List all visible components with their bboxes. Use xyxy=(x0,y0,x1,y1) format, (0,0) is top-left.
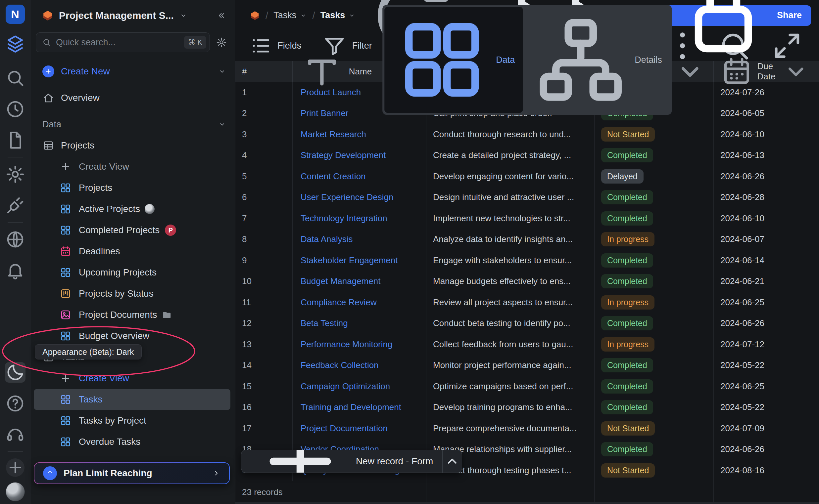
record-name-link[interactable]: Beta Testing xyxy=(293,313,426,334)
table-row[interactable]: 7Technology IntegrationImplement new tec… xyxy=(236,208,819,229)
table-row[interactable]: 5Content CreationDevelop engaging conten… xyxy=(236,166,819,187)
record-status-cell[interactable]: Not Started xyxy=(594,460,714,481)
record-due-date[interactable]: 2024-07-09 xyxy=(714,418,817,439)
rail-help-icon[interactable] xyxy=(5,393,25,414)
table-row[interactable]: 3Market ResearchConduct thorough researc… xyxy=(236,124,819,145)
rail-bell-icon[interactable] xyxy=(5,260,25,281)
record-name-link[interactable]: Performance Monitoring xyxy=(293,334,426,355)
table-row[interactable]: 6User Experience DesignDesign intuitive … xyxy=(236,187,819,208)
record-name-link[interactable]: Strategy Development xyxy=(293,145,426,166)
table-row[interactable]: 8Data AnalysisAnalyze data to identify i… xyxy=(236,229,819,250)
record-due-date[interactable]: 2024-06-26 xyxy=(714,166,817,187)
table-row[interactable]: 13Performance MonitoringCollect feedback… xyxy=(236,334,819,355)
record-description[interactable]: Implement new technologies to str... xyxy=(426,208,594,229)
record-name-link[interactable]: Feedback Collection xyxy=(293,355,426,376)
record-description[interactable]: Design intuitive and attractive user ... xyxy=(426,187,594,208)
quick-search-input[interactable] xyxy=(56,37,179,48)
record-description[interactable]: Analyze data to identify insights an... xyxy=(426,229,594,250)
rail-clock-icon[interactable] xyxy=(5,99,25,119)
sidebar-view-completed-projects[interactable]: Completed ProjectsP xyxy=(30,220,235,241)
workspace-header[interactable]: Project Management S... xyxy=(30,0,235,31)
record-due-date[interactable]: 2024-06-13 xyxy=(714,145,817,166)
new-record-button[interactable]: New record - Form xyxy=(241,450,462,473)
record-due-date[interactable]: 2024-08-16 xyxy=(714,460,817,481)
record-name-link[interactable]: Budget Management xyxy=(293,271,426,292)
sidebar-view-tasks-by-project[interactable]: Tasks by Project xyxy=(30,410,235,431)
record-due-date[interactable]: 2024-06-05 xyxy=(714,103,817,124)
table-row[interactable]: 16Training and DevelopmentDevelop traini… xyxy=(236,397,819,418)
record-due-date[interactable]: 2024-07-12 xyxy=(714,334,817,355)
record-status-cell[interactable]: Completed xyxy=(594,355,714,376)
user-avatar[interactable] xyxy=(6,482,25,501)
record-due-date[interactable]: 2024-06-21 xyxy=(714,271,817,292)
rail-gear-icon[interactable] xyxy=(5,164,25,185)
tab-data[interactable]: Data xyxy=(384,7,523,113)
table-row[interactable]: 17Project DocumentationPrepare comprehen… xyxy=(236,418,819,439)
table-row[interactable]: 11Compliance ReviewReview all project as… xyxy=(236,292,819,313)
record-due-date[interactable]: 2024-06-25 xyxy=(714,376,817,397)
rail-globe-icon[interactable] xyxy=(5,229,25,250)
breadcrumb-table[interactable]: Tasks xyxy=(274,10,307,21)
breadcrumb-view[interactable]: Tasks xyxy=(321,10,356,21)
create-new-button[interactable]: Create New xyxy=(30,61,235,82)
table-row[interactable]: 12Beta TestingConduct beta testing to id… xyxy=(236,313,819,334)
record-due-date[interactable]: 2024-05-22 xyxy=(714,397,817,418)
record-status-cell[interactable]: Completed xyxy=(594,208,714,229)
record-due-date[interactable]: 2024-06-25 xyxy=(714,292,817,313)
sidebar-collapse-button[interactable] xyxy=(217,11,227,21)
record-due-date[interactable]: 2024-06-14 xyxy=(714,250,817,271)
sidebar-view-upcoming-projects[interactable]: Upcoming Projects xyxy=(30,262,235,283)
sidebar-view-project-documents[interactable]: Project Documents xyxy=(30,304,235,325)
record-description[interactable]: Prepare comprehensive documenta... xyxy=(426,418,594,439)
sidebar-item-overview[interactable]: Overview xyxy=(30,87,235,108)
chevron-down-icon[interactable] xyxy=(179,11,188,20)
table-row[interactable]: 9Stakeholder EngagementEngage with stake… xyxy=(236,250,819,271)
record-due-date[interactable]: 2024-06-10 xyxy=(714,208,817,229)
rail-plus-icon[interactable] xyxy=(6,458,24,477)
sidebar-view-tasks[interactable]: Tasks xyxy=(34,389,231,410)
sidebar-settings-gear-icon[interactable] xyxy=(216,37,227,48)
record-status-cell[interactable]: Completed xyxy=(594,250,714,271)
record-description[interactable]: Conduct thorough research to und... xyxy=(426,124,594,145)
record-status-cell[interactable]: Not Started xyxy=(594,124,714,145)
sidebar-view-active-projects[interactable]: Active Projects xyxy=(30,198,235,220)
record-name-link[interactable]: Compliance Review xyxy=(293,292,426,313)
record-status-cell[interactable]: Completed xyxy=(594,271,714,292)
record-name-link[interactable]: Data Analysis xyxy=(293,229,426,250)
sidebar-view-overdue-tasks[interactable]: Overdue Tasks xyxy=(30,431,235,452)
record-status-cell[interactable]: Completed xyxy=(594,376,714,397)
record-name-link[interactable]: Stakeholder Engagement xyxy=(293,250,426,271)
record-due-date[interactable]: 2024-06-28 xyxy=(714,187,817,208)
new-record-options-button[interactable] xyxy=(443,450,462,473)
rail-search-icon[interactable] xyxy=(5,68,25,88)
rail-layers-icon[interactable] xyxy=(5,34,25,54)
sidebar-view-budget-overview[interactable]: Budget Overview xyxy=(30,325,235,347)
record-due-date[interactable]: 2024-06-26 xyxy=(714,439,817,460)
table-row[interactable]: 15Campaign OptimizationOptimize campaign… xyxy=(236,376,819,397)
record-due-date[interactable]: 2024-06-07 xyxy=(714,229,817,250)
record-status-cell[interactable]: Completed xyxy=(594,439,714,460)
data-section-header[interactable]: Data xyxy=(30,114,235,135)
record-description[interactable]: Develop training programs to enha... xyxy=(426,397,594,418)
record-description[interactable]: Optimize campaigns based on perf... xyxy=(426,376,594,397)
record-status-cell[interactable]: Delayed xyxy=(594,166,714,187)
share-button[interactable]: Share xyxy=(665,5,811,26)
record-due-date[interactable]: 2024-06-10 xyxy=(714,124,817,145)
sidebar-view-projects-by-status[interactable]: Projects by Status xyxy=(30,283,235,304)
create-view-button[interactable]: Create View xyxy=(30,156,235,177)
sidebar-view-deadlines[interactable]: Deadlines xyxy=(30,241,235,262)
record-status-cell[interactable]: Not Started xyxy=(594,418,714,439)
record-status-cell[interactable]: In progress xyxy=(594,229,714,250)
record-status-cell[interactable]: Completed xyxy=(594,313,714,334)
record-description[interactable]: Conduct beta testing to identify po... xyxy=(426,313,594,334)
record-description[interactable]: Review all project aspects to ensur... xyxy=(426,292,594,313)
plan-limit-banner[interactable]: Plan Limit Reaching xyxy=(34,462,230,484)
record-name-link[interactable]: Training and Development xyxy=(293,397,426,418)
record-status-cell[interactable]: Completed xyxy=(594,187,714,208)
record-name-link[interactable]: Campaign Optimization xyxy=(293,376,426,397)
record-description[interactable]: Manage budgets effectively to ens... xyxy=(426,271,594,292)
record-status-cell[interactable]: Completed xyxy=(594,145,714,166)
record-status-cell[interactable]: In progress xyxy=(594,292,714,313)
record-due-date[interactable]: 2024-07-26 xyxy=(714,82,817,103)
rail-plug-icon[interactable] xyxy=(5,195,25,216)
